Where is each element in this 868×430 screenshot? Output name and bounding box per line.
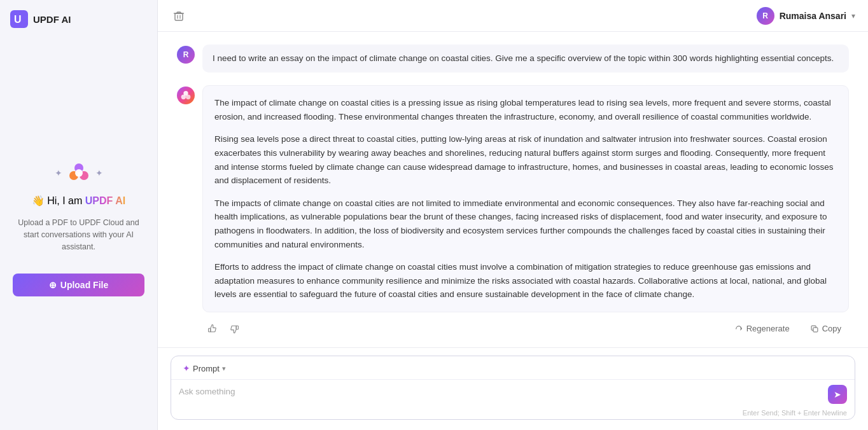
sidebar-mascot: ✦ ✦ — [55, 159, 103, 187]
send-button[interactable]: ➤ — [828, 385, 847, 404]
upload-file-button[interactable]: ⊕ Upload File — [13, 274, 144, 296]
chat-input[interactable] — [179, 387, 828, 402]
ai-logo-icon — [180, 90, 192, 101]
input-hint: Enter Send; Shift + Enter Newline — [171, 409, 855, 419]
svg-point-5 — [75, 169, 83, 177]
header-left — [171, 8, 187, 24]
user-message-row: R I need to write an essay on the impact… — [177, 45, 849, 73]
sidebar-logo: U UPDF AI — [0, 10, 157, 38]
regenerate-icon — [734, 324, 743, 333]
prompt-chevron-icon: ▾ — [222, 364, 226, 373]
copy-icon — [810, 324, 819, 333]
chat-messages: R I need to write an essay on the impact… — [158, 32, 868, 347]
prompt-label: Prompt — [193, 364, 220, 373]
user-info[interactable]: R Rumaisa Ansari ▾ — [757, 7, 855, 25]
user-avatar: R — [757, 7, 774, 25]
ai-paragraph-1: The impact of climate change on coastal … — [214, 96, 837, 123]
user-message-bubble: I need to write an essay on the impact o… — [202, 45, 849, 73]
chat-input-area: ✦ Prompt ▾ ➤ Enter Send; Shift + Enter N… — [158, 347, 868, 430]
ai-message-avatar — [177, 87, 195, 104]
upload-plus-icon: ⊕ — [49, 280, 57, 290]
ai-message-bubble: The impact of climate change on coastal … — [202, 85, 849, 312]
sidebar-description: Upload a PDF to UPDF Cloud and start con… — [13, 217, 144, 253]
chat-header: R Rumaisa Ansari ▾ — [158, 0, 868, 32]
svg-point-11 — [186, 95, 190, 99]
svg-rect-13 — [209, 328, 211, 332]
input-row: ➤ — [171, 380, 855, 409]
prompt-selector[interactable]: ✦ Prompt ▾ — [179, 361, 230, 375]
ai-paragraph-2: Rising sea levels pose a direct threat t… — [214, 132, 837, 187]
ai-paragraph-4: Efforts to address the impact of climate… — [214, 260, 837, 302]
thumbs-down-button[interactable] — [227, 321, 242, 336]
mascot-logo-icon — [65, 159, 93, 187]
input-toolbar: ✦ Prompt ▾ — [171, 356, 855, 380]
sidebar: U UPDF AI ✦ ✦ 👋 Hi, I am UPDF AI Upload … — [0, 0, 158, 430]
thumbs-down-icon — [229, 324, 239, 334]
delete-chat-button[interactable] — [171, 8, 187, 24]
main-chat-area: R Rumaisa Ansari ▾ R I need to write an … — [158, 0, 868, 430]
input-box: ✦ Prompt ▾ ➤ Enter Send; Shift + Enter N… — [171, 356, 855, 420]
ai-actions-left — [205, 321, 242, 336]
chevron-down-icon: ▾ — [851, 11, 855, 20]
brand-label: UPDF AI — [85, 195, 125, 206]
ai-actions-right: Regenerate Copy — [729, 321, 846, 336]
user-message-avatar: R — [177, 46, 195, 64]
app-name: UPDF AI — [33, 14, 71, 25]
thumbs-up-icon — [207, 324, 218, 334]
thumbs-up-button[interactable] — [205, 321, 220, 336]
sidebar-center: ✦ ✦ 👋 Hi, I am UPDF AI Upload a PDF to U… — [0, 38, 157, 417]
sparkle-left-icon: ✦ — [55, 168, 62, 178]
svg-point-12 — [181, 95, 186, 99]
regenerate-button[interactable]: Regenerate — [729, 321, 795, 336]
updf-logo-icon: U — [10, 10, 28, 28]
copy-button[interactable]: Copy — [805, 321, 846, 336]
svg-rect-6 — [175, 13, 183, 20]
ai-message-row: The impact of climate change on coastal … — [177, 85, 849, 336]
ai-message-actions: Regenerate Copy — [202, 321, 849, 336]
sparkle-prompt-icon: ✦ — [183, 363, 190, 373]
ai-paragraph-3: The impacts of climate change on coastal… — [214, 197, 837, 251]
user-name-label: Rumaisa Ansari — [780, 11, 846, 21]
svg-rect-14 — [236, 326, 238, 329]
svg-text:U: U — [14, 14, 22, 25]
svg-rect-15 — [813, 328, 818, 332]
sidebar-greeting: 👋 Hi, I am UPDF AI — [32, 195, 125, 207]
send-icon: ➤ — [834, 389, 841, 399]
sparkle-right-icon: ✦ — [95, 168, 103, 178]
trash-icon — [173, 10, 185, 22]
